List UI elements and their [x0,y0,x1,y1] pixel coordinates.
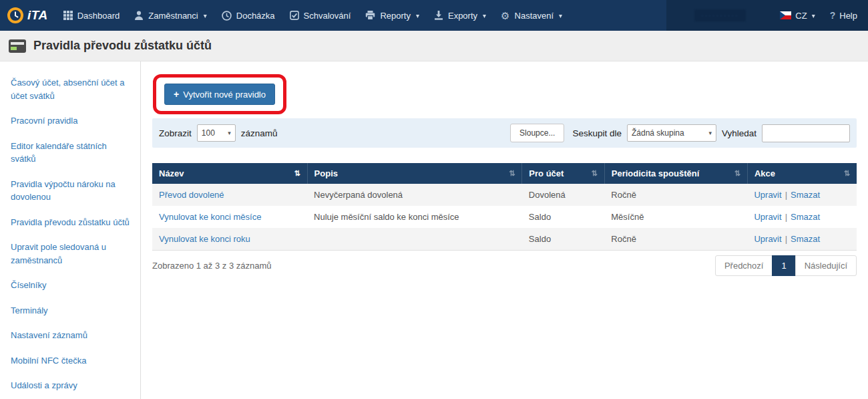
records-label: záznamů [241,128,278,138]
sidebar-item-work-rules[interactable]: Pracovní pravidla [11,114,130,128]
rule-name-link[interactable]: Vynulovat ke konci měsíce [159,212,261,222]
caret-down-icon: ▾ [204,12,207,19]
records-info: Zobrazeno 1 až 3 z 3 záznamů [152,261,272,271]
edit-link[interactable]: Upravit [754,234,781,244]
nav-label: Nastavení [515,11,554,21]
pagination-previous[interactable]: Předchozí [715,255,773,276]
sidebar-item-events-messages[interactable]: Události a zprávy [11,379,130,392]
caret-down-icon: ▾ [228,130,231,136]
rules-table: Název⇅ Popis⇅ Pro účet⇅ Periodicita spou… [152,163,857,251]
printer-icon [365,11,375,20]
column-header-nazev[interactable]: Název⇅ [152,163,307,184]
group-by-value: Žádná skupina [632,128,684,138]
pagination-page-1[interactable]: 1 [772,255,795,276]
create-rule-button[interactable]: + Vytvořit nové pravidlo [164,84,275,105]
nav-settings[interactable]: ⚙ Nastavení ▾ [493,0,570,31]
delete-link[interactable]: Smazat [791,234,820,244]
caret-down-icon: ▾ [559,12,562,19]
czech-flag-icon [780,11,791,19]
page-header: Pravidla převodu zůstatku účtů [0,31,868,61]
settings-sidebar: Časový účet, absenční účet a účet svátků… [0,61,141,399]
sidebar-item-record-settings[interactable]: Nastavení záznamů [11,329,130,342]
edit-link[interactable]: Upravit [754,212,781,222]
pagination-next[interactable]: Následující [795,255,857,276]
nav-approvals[interactable]: Schvalování [282,0,359,31]
nav-label: Zaměstnanci [148,11,198,21]
sort-icon: ⇅ [509,169,515,178]
rule-periodicity: Měsíčně [611,212,644,222]
column-label: Periodicita spouštění [612,168,699,178]
sidebar-item-vacation-entitlement-rules[interactable]: Pravidla výpočtu nároku na dovolenou [11,178,130,204]
rule-name-link[interactable]: Převod dovolené [159,190,224,200]
edit-link[interactable]: Upravit [754,190,781,200]
show-label: Zobrazit [159,128,192,138]
nav-reports[interactable]: Reporty ▾ [358,0,427,31]
group-by-select[interactable]: Žádná skupina ▾ [627,124,716,142]
logo-text: iTA [27,8,48,23]
nav-label: Schvalování [304,11,351,21]
nav-dashboard[interactable]: Dashboard [56,0,128,31]
rule-periodicity: Ročně [611,234,636,244]
sidebar-item-employee-fields[interactable]: Upravit pole sledovaná u zaměstnanců [11,241,130,267]
column-header-popis[interactable]: Popis⇅ [307,163,522,184]
check-square-icon [290,11,299,20]
help-button[interactable]: ? Help [830,10,857,21]
nav-exports[interactable]: Exporty ▾ [427,0,493,31]
gear-icon: ⚙ [501,11,509,21]
sidebar-item-terminals[interactable]: Terminály [11,304,130,317]
sidebar-item-balance-transfer-rules[interactable]: Pravidla převodu zůstatku účtů [11,216,130,229]
create-rule-button-label: Vytvořit nové pravidlo [183,90,266,100]
nav-label: Reporty [380,11,411,21]
search-input[interactable] [762,124,850,142]
caret-down-icon: ▾ [812,12,815,19]
nav-label: Dashboard [77,11,120,21]
action-separator: | [785,212,787,222]
columns-button[interactable]: Sloupce... [510,124,564,142]
page-size-value: 100 [202,128,215,138]
rule-description: Nevyčerpaná dovolená [314,190,403,200]
rule-periodicity: Ročně [611,190,636,200]
delete-link[interactable]: Smazat [791,190,820,200]
search-label: Vyhledat [722,128,756,138]
logo-clock-icon [7,7,24,24]
sidebar-item-codelists[interactable]: Číselníky [11,279,130,292]
sidebar-item-mobile-nfc-reader[interactable]: Mobilní NFC čtečka [11,354,130,368]
content-layout: Časový účet, absenční účet a účet svátků… [0,61,868,399]
table-row: Převod dovolené Nevyčerpaná dovolená Dov… [152,184,857,206]
column-label: Název [159,168,184,178]
sort-icon: ⇅ [734,169,740,178]
action-separator: | [785,190,787,200]
app-logo[interactable]: iTA [0,7,56,24]
page-title-icon [9,39,26,53]
annotation-highlight: + Vytvořit nové pravidlo [153,74,286,114]
table-row: Vynulovat ke konci roku Saldo Ročně Upra… [152,228,857,251]
user-icon [134,11,144,20]
top-navbar: iTA Dashboard Zaměstnanci ▾ Docházka Sch… [0,0,868,31]
language-code: CZ [795,11,807,21]
rule-name-link[interactable]: Vynulovat ke konci roku [159,234,250,244]
nav-employees[interactable]: Zaměstnanci ▾ [127,0,214,31]
delete-link[interactable]: Smazat [791,212,820,222]
table-toolbar: Zobrazit 100 ▾ záznamů Sloupce... Seskup… [152,118,857,148]
clock-icon [222,11,232,21]
column-label: Pro účet [529,168,564,178]
rule-account: Saldo [529,212,551,222]
nav-label: Exporty [448,11,477,21]
sidebar-item-time-accounts[interactable]: Časový účet, absenční účet a účet svátků [11,76,130,102]
column-header-akce[interactable]: Akce⇅ [747,163,857,184]
redacted-user-info: ·········· [694,9,746,21]
sidebar-item-holiday-calendar-editor[interactable]: Editor kalendáře státních svátků [11,140,130,166]
table-row: Vynulovat ke konci měsíce Nuluje měsíční… [152,206,857,228]
page-title: Pravidla převodu zůstatku účtů [33,39,212,53]
group-by-label: Seskupit dle [572,128,622,138]
plus-icon: + [174,89,179,100]
navbar-right-section: ·········· CZ ▾ ? Help [666,0,868,31]
nav-attendance[interactable]: Docházka [214,0,282,31]
column-header-periodicita[interactable]: Periodicita spouštění⇅ [604,163,747,184]
column-header-pro-ucet[interactable]: Pro účet⇅ [522,163,604,184]
page-size-select[interactable]: 100 ▾ [197,124,236,142]
action-separator: | [785,234,787,244]
column-label: Akce [754,168,775,178]
language-selector[interactable]: CZ ▾ [780,11,815,21]
caret-down-icon: ▾ [708,130,712,136]
